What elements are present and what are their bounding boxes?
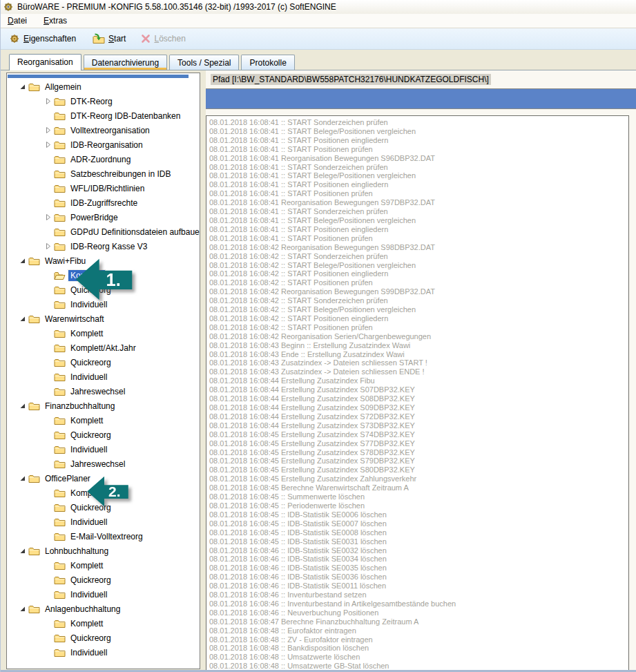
expander-spacer — [44, 170, 52, 178]
tree-item-quickreorg[interactable]: Quickreorg — [7, 631, 200, 645]
reorg-tree-panel: AllgemeinDTK-ReorgDTK-Reorg IDB-Datenban… — [6, 73, 200, 669]
tree-item-label: Volltextreorganisation — [68, 125, 152, 136]
log-line: 08.01.2018 16:08:48 :: ZV - Eurofaktor e… — [209, 635, 628, 644]
expander-spacer — [44, 532, 52, 541]
tree-item-quickreorg[interactable]: Quickreorg — [7, 355, 200, 369]
eigenschaften-button[interactable]: Eigenschaften — [6, 32, 79, 46]
tree-item-allgemein[interactable]: Allgemein — [7, 79, 200, 94]
tree-item-volltextreorganisation[interactable]: Volltextreorganisation — [7, 123, 200, 137]
tree-item-label: Komplett — [68, 560, 105, 571]
log-line: 08.01.2018 16:08:41 Reorganisation Beweg… — [209, 154, 628, 163]
folder-closed-icon — [54, 184, 66, 193]
log-output[interactable]: 08.01.2018 16:08:41 :: START Sonderzeich… — [206, 115, 629, 672]
log-line: 08.01.2018 16:08:45 Berechne Warenwirtsc… — [209, 483, 628, 492]
tree-item-adr-zuordnung[interactable]: ADR-Zuordnung — [7, 152, 200, 166]
tree-item-e-mail-volltextreorg[interactable]: E-Mail-Volltextreorg — [7, 529, 200, 544]
start-button[interactable]: Start — [88, 32, 128, 46]
tree-item-label: Individuell — [68, 299, 109, 310]
tree-item-komplett[interactable]: Komplett — [7, 326, 200, 340]
expander-spacer — [44, 591, 52, 599]
app-icon — [3, 1, 14, 12]
menu-item-extras[interactable]: Extras — [42, 15, 68, 26]
log-line: 08.01.2018 16:08:42 :: START Positionen … — [209, 314, 628, 323]
expander-spacer — [44, 445, 52, 454]
log-line: 08.01.2018 16:08:45 :: Periodenwerte lös… — [209, 501, 628, 510]
tree-item-label: E-Mail-Volltextreorg — [68, 531, 145, 542]
log-line: 08.01.2018 16:08:44 Erstellung Zusatzind… — [209, 385, 628, 394]
expander-expanded-icon[interactable] — [18, 83, 26, 91]
menu-item-datei[interactable]: Datei — [6, 15, 28, 26]
folder-closed-icon — [54, 590, 66, 599]
folder-closed-icon — [54, 111, 66, 121]
tree-item-quickreorg[interactable]: Quickreorg — [7, 573, 200, 587]
tree-item-individuell[interactable]: Individuell — [7, 587, 200, 602]
tree-item-individuell[interactable]: Individuell — [7, 297, 200, 311]
tab-datenarchivierung[interactable]: Datenarchivierung — [84, 55, 167, 70]
expander-collapsed-icon[interactable] — [44, 213, 52, 222]
folder-closed-icon — [54, 198, 66, 208]
tree-item-warenwirtschaft[interactable]: Warenwirtschaft — [7, 311, 200, 326]
log-line: 08.01.2018 16:08:45 Erstellung Zusatzind… — [209, 465, 628, 474]
expander-spacer — [44, 344, 52, 352]
tree-item-quickreorg[interactable]: Quickreorg — [7, 500, 200, 515]
log-line: 08.01.2018 16:08:41 :: START Positionen … — [209, 180, 628, 189]
expander-collapsed-icon[interactable] — [44, 126, 52, 135]
tree-item-label: Komplett — [68, 270, 105, 281]
tab-tools-spezial[interactable]: Tools / Spezial — [169, 55, 239, 70]
tree-item-quickreorg[interactable]: Quickreorg — [7, 428, 200, 442]
tree-item-finanzbuchhaltung[interactable]: Finanzbuchhaltung — [7, 399, 200, 413]
expander-expanded-icon[interactable] — [18, 402, 26, 410]
tree-item-komplett-akt-jahr[interactable]: Komplett/Akt.Jahr — [7, 340, 200, 355]
tree-item-individuell[interactable]: Individuell — [7, 645, 200, 660]
log-line: 08.01.2018 16:08:43 Ende :: Erstellung Z… — [209, 350, 628, 359]
expander-expanded-icon[interactable] — [18, 315, 26, 323]
tree-item-dtk-reorg[interactable]: DTK-Reorg — [7, 94, 200, 108]
tree-item-label: Quickreorg — [68, 357, 113, 368]
log-line: 08.01.2018 16:08:48 :: Eurofaktor eintra… — [209, 626, 628, 635]
expander-expanded-icon[interactable] — [18, 547, 26, 555]
tree-item-gdpdu-definitionsdateien-aufbauen[interactable]: GDPdU Definitionsdateien aufbauen — [7, 224, 200, 239]
expander-expanded-icon[interactable] — [18, 605, 26, 613]
expander-collapsed-icon[interactable] — [44, 242, 52, 251]
tree-item-anlagenbuchhaltung[interactable]: Anlagenbuchhaltung — [7, 602, 200, 616]
tree-item-lohnbuchhaltung[interactable]: Lohnbuchhaltung — [7, 544, 200, 558]
log-line: 08.01.2018 16:08:43 Zusatzindex -> Datei… — [209, 358, 628, 367]
tree-item-dtk-reorg-idb-datenbanken[interactable]: DTK-Reorg IDB-Datenbanken — [7, 108, 200, 123]
tree-item-jahreswechsel[interactable]: Jahreswechsel — [7, 384, 200, 399]
tree-item-satzbeschreibungen-in-idb[interactable]: Satzbeschreibungen in IDB — [7, 166, 200, 181]
folder-closed-icon — [54, 561, 66, 570]
tree-item-individuell[interactable]: Individuell — [7, 369, 200, 384]
folder-closed-icon — [28, 474, 40, 483]
tree-item-label: Quickreorg — [68, 430, 113, 441]
tree-item-wawi-fibu[interactable]: Wawi+Fibu — [7, 253, 200, 268]
tree-item-quickreorg[interactable]: Quickreorg — [7, 282, 200, 297]
tree-item-powerbridge[interactable]: PowerBridge — [7, 210, 200, 224]
expander-collapsed-icon[interactable] — [44, 97, 52, 106]
tree-item-label: Komplett — [68, 488, 105, 499]
tree-item-idb-reorganisation[interactable]: IDB-Reorganisation — [7, 137, 200, 152]
tree-item-individuell[interactable]: Individuell — [7, 442, 200, 457]
tree-item-officeplaner[interactable]: OfficePlaner — [7, 471, 200, 486]
tree-item-komplett[interactable]: Komplett — [7, 413, 200, 428]
expander-spacer — [44, 329, 52, 338]
tree-item-label: DTK-Reorg — [68, 96, 115, 107]
tree-item-idb-zugriffsrechte[interactable]: IDB-Zugriffsrechte — [7, 195, 200, 210]
folder-closed-icon — [54, 329, 66, 338]
tree-item-jahreswechsel[interactable]: Jahreswechsel — [7, 457, 200, 471]
tab-reorganisation[interactable]: Reorganisation — [9, 54, 81, 70]
log-line: 08.01.2018 16:08:44 Erstellung Zusatzind… — [209, 403, 628, 412]
expander-collapsed-icon[interactable] — [44, 141, 52, 149]
tab-protokolle[interactable]: Protokolle — [241, 55, 294, 70]
progress-bar — [206, 88, 636, 109]
tree-item-individuell[interactable]: Individuell — [7, 515, 200, 529]
tree-item-wfl-idb-richtlinien[interactable]: WFL/IDB/Richtlinien — [7, 181, 200, 195]
expander-expanded-icon[interactable] — [18, 474, 26, 483]
tree-item-komplett[interactable]: Komplett — [7, 486, 200, 500]
tree-item-komplett[interactable]: Komplett — [7, 616, 200, 631]
tree-item-komplett[interactable]: Komplett — [7, 558, 200, 573]
tree-item-idb-reorg-kasse-v3[interactable]: IDB-Reorg Kasse V3 — [7, 239, 200, 253]
expander-spacer — [44, 460, 52, 468]
expander-expanded-icon[interactable] — [18, 257, 26, 265]
tree-item-komplett[interactable]: Komplett — [7, 268, 200, 282]
log-line: 08.01.2018 16:08:41 :: START Positionen … — [209, 136, 628, 145]
